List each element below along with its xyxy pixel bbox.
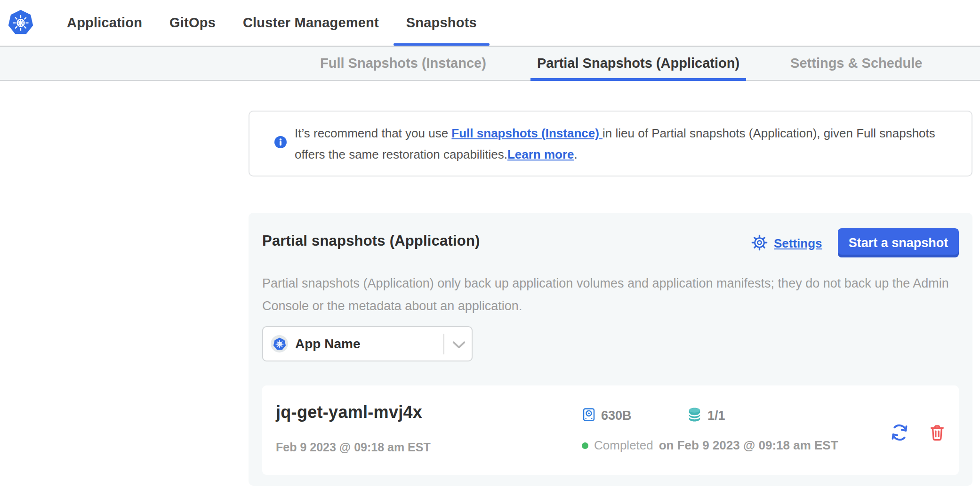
snapshot-status: Completed on Feb 9 2023 @ 09:18 am EST: [582, 438, 838, 453]
restore-snapshot-button[interactable]: [889, 422, 910, 443]
status-label: Completed: [594, 438, 653, 453]
top-nav-cluster-management[interactable]: Cluster Management: [243, 0, 379, 46]
sub-nav-tabs: Full Snapshots (Instance) Partial Snapsh…: [320, 47, 922, 80]
tab-settings-schedule[interactable]: Settings & Schedule: [790, 47, 922, 80]
snapshot-row: jq-get-yaml-mvj4x Feb 9 2023 @ 09:18 am …: [262, 385, 959, 475]
snapshot-volumes-stat: 1/1: [686, 406, 725, 425]
status-dot-icon: [582, 442, 588, 449]
top-nav-items: Application GitOps Cluster Management Sn…: [67, 0, 477, 46]
settings-link[interactable]: Settings: [751, 233, 822, 253]
panel-description: Partial snapshots (Application) only bac…: [262, 272, 954, 317]
start-snapshot-button[interactable]: Start a snapshot: [838, 228, 959, 257]
snapshot-volumes-value: 1/1: [707, 409, 725, 423]
page: Application GitOps Cluster Management Sn…: [0, 0, 980, 497]
snapshot-size-value: 630B: [601, 409, 632, 423]
app-selector-value: App Name: [295, 327, 360, 361]
top-nav-application[interactable]: Application: [67, 0, 142, 46]
database-icon: [686, 406, 703, 425]
top-nav-bar: Application GitOps Cluster Management Sn…: [0, 0, 980, 47]
snapshot-size-stat: 630B: [582, 407, 632, 424]
gear-icon: [751, 234, 768, 253]
info-icon: [274, 136, 287, 149]
tab-partial-snapshots-application[interactable]: Partial Snapshots (Application): [537, 47, 739, 80]
top-nav-gitops[interactable]: GitOps: [169, 0, 216, 46]
tab-full-snapshots-instance[interactable]: Full Snapshots (Instance): [320, 47, 486, 80]
snapshot-name: jq-get-yaml-mvj4x: [276, 402, 422, 422]
chevron-down-icon[interactable]: [452, 341, 466, 351]
banner-text: It’s recommend that you use Full snapsho…: [295, 123, 954, 165]
disk-icon: [582, 407, 596, 424]
delete-snapshot-button[interactable]: [928, 423, 947, 442]
top-nav-snapshots[interactable]: Snapshots: [406, 0, 477, 46]
learn-more-link[interactable]: Learn more: [507, 147, 574, 161]
settings-label: Settings: [774, 236, 822, 251]
full-snapshots-instance-link[interactable]: Full snapshots (Instance): [451, 126, 602, 140]
status-finished-date: on Feb 9 2023 @ 09:18 am EST: [659, 438, 838, 453]
snapshots-sub-nav: Full Snapshots (Instance) Partial Snapsh…: [0, 47, 980, 81]
selector-divider: [443, 334, 444, 354]
banner-text-part1: It’s recommend that you use: [295, 126, 451, 140]
panel-title: Partial snapshots (Application): [262, 232, 480, 249]
kubernetes-logo-icon: [8, 9, 34, 36]
app-kubernetes-icon: [271, 335, 288, 353]
app-name-selector[interactable]: App Name: [262, 326, 473, 361]
banner-text-part3: .: [574, 147, 577, 161]
recommendation-banner: It’s recommend that you use Full snapsho…: [249, 111, 972, 176]
snapshot-started-date: Feb 9 2023 @ 09:18 am EST: [276, 441, 431, 454]
